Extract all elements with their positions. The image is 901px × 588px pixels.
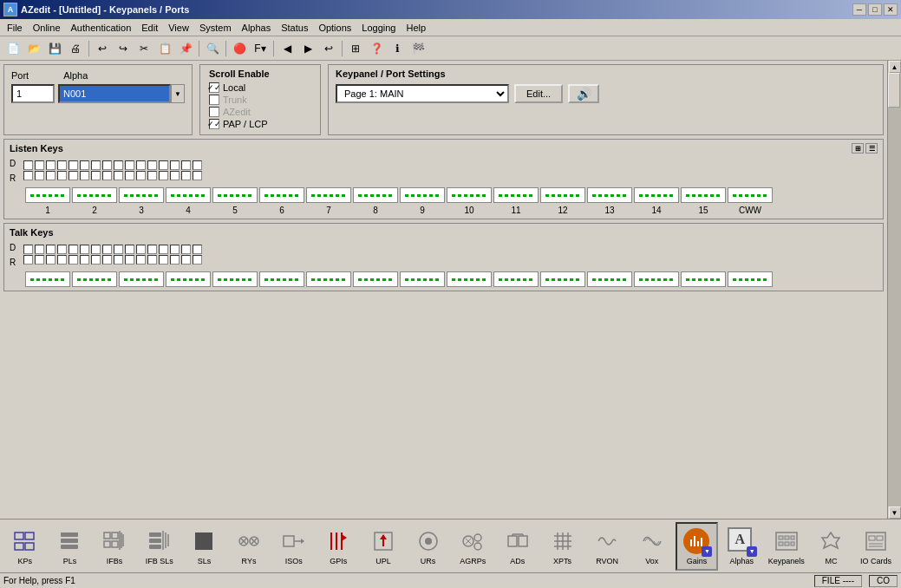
talk-dash-cell-4[interactable] bbox=[166, 271, 211, 287]
listen-r-check-11[interactable] bbox=[136, 171, 146, 180]
alpha-dropdown-button[interactable]: ▼ bbox=[171, 84, 185, 103]
menu-item-logging[interactable]: Logging bbox=[356, 19, 401, 36]
talk-r-check-15[interactable] bbox=[181, 255, 191, 265]
tool-io-cards[interactable]: IO Cards bbox=[854, 522, 898, 571]
listen-dash-cell-6[interactable] bbox=[259, 187, 304, 203]
new-button[interactable]: 📄 bbox=[3, 39, 23, 58]
tool-ads[interactable]: ADs bbox=[496, 522, 539, 571]
scroll-azedit-checkbox[interactable] bbox=[209, 107, 219, 117]
tool-isos[interactable]: ISOs bbox=[272, 522, 316, 571]
tool-gpis[interactable]: GPIs bbox=[317, 522, 360, 571]
edit-button[interactable]: Edit... bbox=[514, 84, 563, 103]
listen-d-check-15[interactable] bbox=[181, 160, 191, 170]
scroll-local-checkbox[interactable]: ✓ bbox=[209, 82, 219, 93]
listen-d-check-2[interactable] bbox=[35, 160, 44, 170]
listen-r-check-8[interactable] bbox=[102, 171, 112, 180]
talk-d-check-cww[interactable] bbox=[193, 245, 202, 254]
listen-r-check-9[interactable] bbox=[114, 171, 123, 180]
listen-d-check-7[interactable] bbox=[91, 160, 101, 170]
port-input[interactable] bbox=[11, 84, 55, 103]
mode-button[interactable]: ⊞ bbox=[346, 39, 365, 58]
talk-d-check-6[interactable] bbox=[80, 245, 89, 254]
talk-d-check-2[interactable] bbox=[35, 245, 44, 254]
talk-d-check-9[interactable] bbox=[114, 245, 123, 254]
listen-keys-icon1[interactable]: ⊞ bbox=[852, 143, 864, 154]
talk-r-check-2[interactable] bbox=[35, 255, 44, 265]
listen-d-check-10[interactable] bbox=[125, 160, 134, 170]
talk-dash-cell-13[interactable] bbox=[587, 271, 632, 287]
listen-dash-cell-8[interactable] bbox=[353, 187, 398, 203]
listen-r-check-1[interactable] bbox=[23, 171, 33, 180]
menu-item-view[interactable]: View bbox=[163, 19, 194, 36]
listen-d-check-12[interactable] bbox=[147, 160, 157, 170]
cut-button[interactable]: ✂ bbox=[134, 39, 153, 58]
talk-dash-cell-2[interactable] bbox=[72, 271, 117, 287]
talk-r-check-7[interactable] bbox=[91, 255, 101, 265]
talk-r-check-9[interactable] bbox=[114, 255, 123, 265]
listen-dash-cell-12[interactable] bbox=[540, 187, 585, 203]
listen-dash-cell-14[interactable] bbox=[634, 187, 679, 203]
menu-item-status[interactable]: Status bbox=[276, 19, 313, 36]
tool-upl[interactable]: UPL bbox=[362, 522, 405, 571]
scroll-paplcp-checkbox[interactable]: ✓ bbox=[209, 119, 219, 129]
alpha-select[interactable] bbox=[58, 84, 171, 103]
search-button[interactable]: 🔍 bbox=[203, 39, 222, 58]
tool-ifb-sls[interactable]: IFB SLs bbox=[138, 522, 181, 571]
tool-xpts[interactable]: XPTs bbox=[541, 522, 584, 571]
paste-button[interactable]: 📌 bbox=[176, 39, 195, 58]
talk-dash-cell-6[interactable] bbox=[259, 271, 304, 287]
listen-r-check-3[interactable] bbox=[46, 171, 55, 180]
listen-keys-icon2[interactable]: ☰ bbox=[865, 143, 878, 154]
listen-d-check-6[interactable] bbox=[80, 160, 89, 170]
listen-dash-cell-13[interactable] bbox=[587, 187, 632, 203]
tool-vox[interactable]: Vox bbox=[630, 522, 674, 571]
talk-dash-cell-3[interactable] bbox=[119, 271, 164, 287]
menu-item-edit[interactable]: Edit bbox=[136, 19, 163, 36]
listen-d-check-3[interactable] bbox=[46, 160, 55, 170]
listen-d-check-11[interactable] bbox=[136, 160, 146, 170]
listen-dash-cell-10[interactable] bbox=[447, 187, 492, 203]
talk-dash-cell-14[interactable] bbox=[634, 271, 679, 287]
talk-r-check-4[interactable] bbox=[57, 255, 67, 265]
talk-dash-cell-8[interactable] bbox=[353, 271, 398, 287]
talk-d-check-15[interactable] bbox=[181, 245, 191, 254]
tool-ifbs[interactable]: IFBs bbox=[93, 522, 136, 571]
talk-r-check-6[interactable] bbox=[80, 255, 89, 265]
talk-r-check-14[interactable] bbox=[170, 255, 180, 265]
talk-r-check-cww[interactable] bbox=[193, 255, 202, 265]
flag-button[interactable]: 🏁 bbox=[408, 39, 428, 58]
nav-back-button[interactable]: ↩ bbox=[319, 39, 338, 58]
talk-dash-cell-1[interactable] bbox=[25, 271, 70, 287]
listen-d-check-1[interactable] bbox=[23, 160, 33, 170]
talk-d-check-1[interactable] bbox=[23, 245, 33, 254]
tool-gains[interactable]: ▼ Gains bbox=[676, 522, 719, 571]
tool-kps[interactable]: KPs bbox=[3, 522, 47, 571]
help-button[interactable]: ❓ bbox=[367, 39, 386, 58]
listen-r-check-14[interactable] bbox=[170, 171, 180, 180]
listen-dash-cell-1[interactable] bbox=[25, 187, 70, 203]
talk-r-check-11[interactable] bbox=[136, 255, 146, 265]
tool-sls[interactable]: SLs bbox=[183, 522, 226, 571]
talk-dash-cell-cww[interactable] bbox=[728, 271, 773, 287]
talk-d-check-4[interactable] bbox=[57, 245, 67, 254]
listen-d-check-14[interactable] bbox=[170, 160, 180, 170]
listen-dash-cell-4[interactable] bbox=[166, 187, 211, 203]
close-button[interactable]: ✕ bbox=[884, 3, 898, 16]
menu-item-options[interactable]: Options bbox=[313, 19, 356, 36]
speaker-button[interactable]: 🔊 bbox=[568, 84, 599, 103]
talk-r-check-8[interactable] bbox=[102, 255, 112, 265]
listen-d-check-5[interactable] bbox=[69, 160, 78, 170]
talk-d-check-11[interactable] bbox=[136, 245, 146, 254]
talk-dash-cell-9[interactable] bbox=[400, 271, 445, 287]
talk-d-check-13[interactable] bbox=[159, 245, 168, 254]
tool1-button[interactable]: 🔴 bbox=[230, 39, 249, 58]
talk-d-check-8[interactable] bbox=[102, 245, 112, 254]
listen-r-check-6[interactable] bbox=[80, 171, 89, 180]
listen-d-check-cww[interactable] bbox=[193, 160, 202, 170]
listen-dash-cell-9[interactable] bbox=[400, 187, 445, 203]
listen-d-check-13[interactable] bbox=[159, 160, 168, 170]
talk-r-check-5[interactable] bbox=[69, 255, 78, 265]
tool-pls[interactable]: PLs bbox=[49, 522, 92, 571]
save-button[interactable]: 💾 bbox=[45, 39, 64, 58]
listen-r-check-4[interactable] bbox=[57, 171, 67, 180]
